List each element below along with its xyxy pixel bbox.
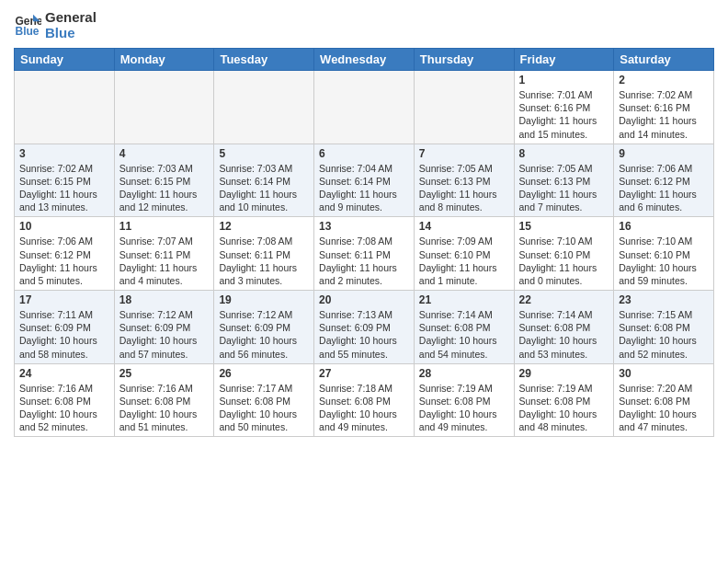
calendar-cell: 23Sunrise: 7:15 AM Sunset: 6:08 PM Dayli… <box>614 291 714 364</box>
day-number: 13 <box>319 220 409 233</box>
calendar-cell: 29Sunrise: 7:19 AM Sunset: 6:08 PM Dayli… <box>514 363 614 437</box>
calendar-cell: 2Sunrise: 7:02 AM Sunset: 6:16 PM Daylig… <box>614 71 714 144</box>
calendar-header: General Blue General Blue <box>14 9 714 40</box>
weekday-header-monday: Monday <box>114 49 214 71</box>
day-number: 7 <box>419 147 509 160</box>
calendar-cell: 15Sunrise: 7:10 AM Sunset: 6:10 PM Dayli… <box>514 217 614 291</box>
calendar-cell: 5Sunrise: 7:03 AM Sunset: 6:14 PM Daylig… <box>214 144 314 217</box>
calendar-cell: 12Sunrise: 7:08 AM Sunset: 6:11 PM Dayli… <box>214 217 314 291</box>
calendar-cell: 24Sunrise: 7:16 AM Sunset: 6:08 PM Dayli… <box>15 363 115 437</box>
calendar-cell: 14Sunrise: 7:09 AM Sunset: 6:10 PM Dayli… <box>414 217 514 291</box>
weekday-header-tuesday: Tuesday <box>214 49 314 71</box>
logo: General Blue General Blue <box>14 9 97 40</box>
day-info: Sunrise: 7:20 AM Sunset: 6:08 PM Dayligh… <box>619 382 709 434</box>
calendar-cell: 27Sunrise: 7:18 AM Sunset: 6:08 PM Dayli… <box>314 363 415 437</box>
logo-general: General <box>45 9 97 25</box>
day-info: Sunrise: 7:16 AM Sunset: 6:08 PM Dayligh… <box>19 382 109 434</box>
calendar-cell: 21Sunrise: 7:14 AM Sunset: 6:08 PM Dayli… <box>414 291 514 364</box>
day-info: Sunrise: 7:05 AM Sunset: 6:13 PM Dayligh… <box>419 162 509 214</box>
day-info: Sunrise: 7:08 AM Sunset: 6:11 PM Dayligh… <box>219 235 309 287</box>
day-number: 9 <box>619 147 709 160</box>
day-number: 25 <box>119 367 210 380</box>
calendar-cell: 18Sunrise: 7:12 AM Sunset: 6:09 PM Dayli… <box>114 291 214 364</box>
calendar-cell: 4Sunrise: 7:03 AM Sunset: 6:15 PM Daylig… <box>114 144 214 217</box>
weekday-header-saturday: Saturday <box>614 49 714 71</box>
day-number: 28 <box>419 367 509 380</box>
weekday-header-friday: Friday <box>514 49 614 71</box>
weekday-header-thursday: Thursday <box>414 49 514 71</box>
day-info: Sunrise: 7:12 AM Sunset: 6:09 PM Dayligh… <box>119 308 210 361</box>
day-info: Sunrise: 7:03 AM Sunset: 6:15 PM Dayligh… <box>119 162 210 214</box>
day-number: 16 <box>619 220 709 233</box>
day-info: Sunrise: 7:13 AM Sunset: 6:09 PM Dayligh… <box>319 308 409 361</box>
weekday-header-sunday: Sunday <box>15 49 115 71</box>
day-number: 4 <box>119 147 210 160</box>
svg-text:Blue: Blue <box>16 25 40 38</box>
day-number: 24 <box>19 367 109 380</box>
calendar-cell <box>114 71 214 144</box>
calendar-cell: 6Sunrise: 7:04 AM Sunset: 6:14 PM Daylig… <box>314 144 415 217</box>
day-info: Sunrise: 7:14 AM Sunset: 6:08 PM Dayligh… <box>519 308 609 361</box>
calendar-cell: 30Sunrise: 7:20 AM Sunset: 6:08 PM Dayli… <box>614 363 714 437</box>
calendar-cell: 26Sunrise: 7:17 AM Sunset: 6:08 PM Dayli… <box>214 363 314 437</box>
calendar-cell: 9Sunrise: 7:06 AM Sunset: 6:12 PM Daylig… <box>614 144 714 217</box>
calendar-cell <box>214 71 314 144</box>
day-number: 12 <box>219 220 309 233</box>
day-number: 23 <box>619 293 709 306</box>
day-number: 8 <box>519 147 609 160</box>
logo-icon: General Blue <box>14 11 41 39</box>
day-number: 26 <box>219 367 309 380</box>
calendar-cell: 10Sunrise: 7:06 AM Sunset: 6:12 PM Dayli… <box>15 217 115 291</box>
week-row-4: 24Sunrise: 7:16 AM Sunset: 6:08 PM Dayli… <box>15 363 714 437</box>
week-row-2: 10Sunrise: 7:06 AM Sunset: 6:12 PM Dayli… <box>15 217 714 291</box>
calendar-cell: 17Sunrise: 7:11 AM Sunset: 6:09 PM Dayli… <box>15 291 115 364</box>
day-number: 18 <box>119 293 210 306</box>
day-number: 19 <box>219 293 309 306</box>
day-info: Sunrise: 7:08 AM Sunset: 6:11 PM Dayligh… <box>319 235 409 287</box>
calendar-container: General Blue General Blue SundayMondayTu… <box>0 0 728 446</box>
day-info: Sunrise: 7:16 AM Sunset: 6:08 PM Dayligh… <box>119 382 210 434</box>
calendar-cell: 1Sunrise: 7:01 AM Sunset: 6:16 PM Daylig… <box>514 71 614 144</box>
weekday-header-wednesday: Wednesday <box>314 49 415 71</box>
day-info: Sunrise: 7:07 AM Sunset: 6:11 PM Dayligh… <box>119 235 210 287</box>
calendar-table: SundayMondayTuesdayWednesdayThursdayFrid… <box>14 48 714 437</box>
calendar-cell: 20Sunrise: 7:13 AM Sunset: 6:09 PM Dayli… <box>314 291 415 364</box>
day-number: 20 <box>319 293 409 306</box>
day-info: Sunrise: 7:04 AM Sunset: 6:14 PM Dayligh… <box>319 162 409 214</box>
day-number: 1 <box>519 74 609 86</box>
day-number: 5 <box>219 147 309 160</box>
calendar-cell <box>15 71 115 144</box>
day-info: Sunrise: 7:09 AM Sunset: 6:10 PM Dayligh… <box>419 235 509 287</box>
week-row-3: 17Sunrise: 7:11 AM Sunset: 6:09 PM Dayli… <box>15 291 714 364</box>
day-info: Sunrise: 7:02 AM Sunset: 6:16 PM Dayligh… <box>619 88 709 141</box>
week-row-1: 3Sunrise: 7:02 AM Sunset: 6:15 PM Daylig… <box>15 144 714 217</box>
calendar-cell: 28Sunrise: 7:19 AM Sunset: 6:08 PM Dayli… <box>414 363 514 437</box>
day-info: Sunrise: 7:03 AM Sunset: 6:14 PM Dayligh… <box>219 162 309 214</box>
day-number: 11 <box>119 220 210 233</box>
calendar-cell: 16Sunrise: 7:10 AM Sunset: 6:10 PM Dayli… <box>614 217 714 291</box>
day-number: 6 <box>319 147 409 160</box>
day-number: 14 <box>419 220 509 233</box>
day-number: 22 <box>519 293 609 306</box>
day-number: 15 <box>519 220 609 233</box>
day-info: Sunrise: 7:12 AM Sunset: 6:09 PM Dayligh… <box>219 308 309 361</box>
day-info: Sunrise: 7:17 AM Sunset: 6:08 PM Dayligh… <box>219 382 309 434</box>
day-info: Sunrise: 7:14 AM Sunset: 6:08 PM Dayligh… <box>419 308 509 361</box>
day-info: Sunrise: 7:15 AM Sunset: 6:08 PM Dayligh… <box>619 308 709 361</box>
day-info: Sunrise: 7:06 AM Sunset: 6:12 PM Dayligh… <box>619 162 709 214</box>
day-info: Sunrise: 7:05 AM Sunset: 6:13 PM Dayligh… <box>519 162 609 214</box>
day-number: 17 <box>19 293 109 306</box>
day-info: Sunrise: 7:19 AM Sunset: 6:08 PM Dayligh… <box>419 382 509 434</box>
calendar-cell <box>314 71 415 144</box>
day-number: 27 <box>319 367 409 380</box>
day-info: Sunrise: 7:10 AM Sunset: 6:10 PM Dayligh… <box>519 235 609 287</box>
day-info: Sunrise: 7:19 AM Sunset: 6:08 PM Dayligh… <box>519 382 609 434</box>
calendar-cell: 11Sunrise: 7:07 AM Sunset: 6:11 PM Dayli… <box>114 217 214 291</box>
weekday-header-row: SundayMondayTuesdayWednesdayThursdayFrid… <box>15 49 714 71</box>
day-number: 10 <box>19 220 109 233</box>
day-info: Sunrise: 7:01 AM Sunset: 6:16 PM Dayligh… <box>519 88 609 141</box>
day-info: Sunrise: 7:02 AM Sunset: 6:15 PM Dayligh… <box>19 162 109 214</box>
calendar-cell <box>414 71 514 144</box>
day-info: Sunrise: 7:06 AM Sunset: 6:12 PM Dayligh… <box>19 235 109 287</box>
day-number: 2 <box>619 74 709 86</box>
